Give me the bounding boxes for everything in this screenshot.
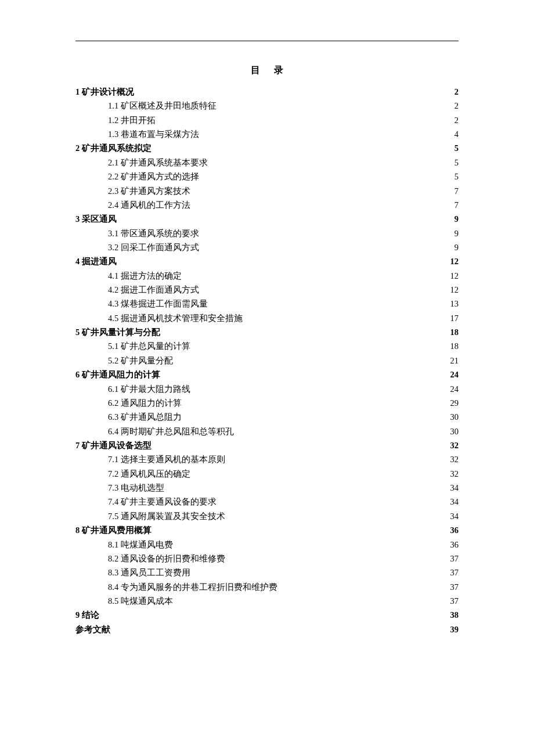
- toc-entry[interactable]: 7.5 通风附属装置及其安全技术34: [75, 509, 459, 523]
- toc-entry[interactable]: 9 结论38: [75, 608, 459, 622]
- toc-entry-label: 参考文献: [75, 622, 110, 636]
- toc-entry[interactable]: 6 矿井通风阻力的计算24: [75, 368, 459, 381]
- toc-entry-page: 37: [450, 566, 459, 579]
- toc-entry-page: 9: [454, 240, 459, 254]
- toc-entry[interactable]: 2.1 矿井通风系统基本要求5: [75, 156, 459, 170]
- toc-entry-page: 5: [454, 141, 459, 155]
- toc-entry-page: 2: [454, 99, 459, 113]
- toc-entry-page: 32: [450, 452, 459, 466]
- toc-entry-label: 6 矿井通风阻力的计算: [75, 368, 160, 381]
- toc-entry[interactable]: 2.2 矿井通风方式的选择5: [75, 170, 459, 183]
- toc-entry-page: 34: [450, 481, 459, 495]
- toc-entry-label: 3.1 带区通风系统的要求: [108, 226, 199, 240]
- toc-entry-label: 2.2 矿井通风方式的选择: [108, 170, 199, 183]
- toc-entry-label: 1.2 井田开拓: [108, 113, 156, 127]
- toc-entry[interactable]: 6.1 矿井最大阻力路线24: [75, 382, 459, 396]
- toc-entry[interactable]: 8.5 吨煤通风成本37: [75, 594, 459, 608]
- toc-entry-page: 21: [450, 354, 459, 368]
- toc-entry-label: 1.3 巷道布置与采煤方法: [108, 127, 199, 141]
- toc-entry-label: 7.2 通风机风压的确定: [108, 467, 190, 481]
- toc-entry[interactable]: 5 矿井风量计算与分配18: [75, 325, 459, 339]
- toc-entry-label: 1.1 矿区概述及井田地质特征: [108, 99, 217, 113]
- toc-entry-page: 12: [450, 283, 459, 297]
- toc-entry-page: 7: [454, 184, 459, 198]
- toc-entry[interactable]: 8 矿井通风费用概算36: [75, 523, 459, 537]
- toc-entry-page: 24: [450, 368, 459, 381]
- toc-entry[interactable]: 7.3 电动机选型34: [75, 481, 459, 495]
- toc-entry[interactable]: 1.2 井田开拓2: [75, 113, 459, 127]
- toc-entry[interactable]: 7.1 选择主要通风机的基本原则32: [75, 452, 459, 466]
- toc-entry[interactable]: 3.2 回采工作面通风方式9: [75, 240, 459, 254]
- toc-entry[interactable]: 5.1 矿井总风量的计算18: [75, 339, 459, 353]
- toc-entry[interactable]: 2.3 矿井通风方案技术7: [75, 184, 459, 198]
- toc-entry-page: 32: [450, 467, 459, 481]
- toc-entry[interactable]: 参考文献39: [75, 622, 459, 636]
- toc-entry-label: 7 矿井通风设备选型: [75, 438, 151, 452]
- toc-entry-page: 30: [450, 410, 459, 424]
- toc-entry[interactable]: 4.3 煤巷掘进工作面需风量13: [75, 297, 459, 311]
- toc-entry[interactable]: 6.3 矿井通风总阻力30: [75, 410, 459, 424]
- toc-entry-page: 4: [454, 127, 459, 141]
- toc-entry-page: 9: [454, 212, 459, 226]
- toc-entry[interactable]: 4.5 掘进通风机技术管理和安全措施17: [75, 311, 459, 325]
- toc-entry-page: 30: [450, 424, 459, 438]
- toc-entry-label: 2 矿井通风系统拟定: [75, 141, 151, 155]
- toc-entry-page: 12: [450, 254, 459, 268]
- toc-entry[interactable]: 3.1 带区通风系统的要求9: [75, 226, 459, 240]
- toc-entry[interactable]: 8.1 吨煤通风电费36: [75, 538, 459, 552]
- toc-entry-page: 36: [450, 523, 459, 537]
- toc-entry-label: 8 矿井通风费用概算: [75, 523, 151, 537]
- toc-entry-label: 8.3 通风员工工资费用: [108, 566, 190, 579]
- toc-entry[interactable]: 1.1 矿区概述及井田地质特征2: [75, 99, 459, 113]
- toc-entry-page: 38: [450, 608, 459, 622]
- toc-entry-page: 5: [454, 170, 459, 183]
- toc-entry-page: 5: [454, 156, 459, 170]
- toc-entry-label: 5.1 矿井总风量的计算: [108, 339, 190, 353]
- toc-entry-label: 8.4 专为通风服务的井巷工程折旧费和维护费: [108, 580, 277, 594]
- toc-entry-label: 4.5 掘进通风机技术管理和安全措施: [108, 311, 243, 325]
- toc-entry[interactable]: 8.3 通风员工工资费用37: [75, 566, 459, 579]
- toc-entry[interactable]: 7.2 通风机风压的确定32: [75, 467, 459, 481]
- toc-entry-page: 37: [450, 552, 459, 566]
- toc-entry[interactable]: 6.4 两时期矿井总风阻和总等积孔30: [75, 424, 459, 438]
- toc-entry-page: 18: [450, 339, 459, 353]
- toc-entry-label: 7.4 矿井主要通风设备的要求: [108, 495, 217, 509]
- toc-entry[interactable]: 4.1 掘进方法的确定12: [75, 269, 459, 283]
- toc-entry-label: 1 矿井设计概况: [75, 85, 134, 99]
- toc-entry[interactable]: 5.2 矿井风量分配21: [75, 354, 459, 368]
- toc-entry-page: 7: [454, 198, 459, 212]
- toc-entry-label: 7.5 通风附属装置及其安全技术: [108, 509, 225, 523]
- toc-entry-page: 36: [450, 538, 459, 552]
- toc-entry[interactable]: 4.2 掘进工作面通风方式12: [75, 283, 459, 297]
- toc-entry-page: 18: [450, 325, 459, 339]
- toc-entry[interactable]: 3 采区通风9: [75, 212, 459, 226]
- toc-entry-label: 5.2 矿井风量分配: [108, 354, 173, 368]
- toc-entry[interactable]: 7 矿井通风设备选型32: [75, 438, 459, 452]
- toc-entry[interactable]: 1.3 巷道布置与采煤方法4: [75, 127, 459, 141]
- toc-entry[interactable]: 8.2 通风设备的折旧费和维修费37: [75, 552, 459, 566]
- toc-entry[interactable]: 7.4 矿井主要通风设备的要求34: [75, 495, 459, 509]
- toc-entry[interactable]: 4 掘进通风12: [75, 254, 459, 268]
- toc-entry-label: 3 采区通风: [75, 212, 117, 226]
- toc-entry[interactable]: 2.4 通风机的工作方法7: [75, 198, 459, 212]
- toc-entry-label: 2.1 矿井通风系统基本要求: [108, 156, 208, 170]
- toc-entry-label: 4.2 掘进工作面通风方式: [108, 283, 199, 297]
- top-horizontal-rule: [75, 41, 459, 41]
- toc-entry[interactable]: 6.2 通风阻力的计算29: [75, 396, 459, 410]
- toc-entry-page: 34: [450, 509, 459, 523]
- toc-entry[interactable]: 1 矿井设计概况2: [75, 85, 459, 99]
- toc-entry-page: 24: [450, 382, 459, 396]
- toc-entry-label: 4.3 煤巷掘进工作面需风量: [108, 297, 208, 311]
- toc-entry-page: 17: [450, 311, 459, 325]
- toc-entry-page: 9: [454, 226, 459, 240]
- toc-entry-page: 2: [454, 113, 459, 127]
- toc-entry[interactable]: 8.4 专为通风服务的井巷工程折旧费和维护费37: [75, 580, 459, 594]
- toc-entry-label: 6.2 通风阻力的计算: [108, 396, 182, 410]
- table-of-contents: 1 矿井设计概况21.1 矿区概述及井田地质特征21.2 井田开拓21.3 巷道…: [75, 85, 459, 636]
- toc-entry-page: 39: [450, 622, 459, 636]
- toc-entry-page: 32: [450, 438, 459, 452]
- toc-entry[interactable]: 2 矿井通风系统拟定5: [75, 141, 459, 155]
- toc-entry-page: 29: [450, 396, 459, 410]
- toc-entry-label: 8.1 吨煤通风电费: [108, 538, 173, 552]
- toc-title: 目录: [75, 64, 459, 77]
